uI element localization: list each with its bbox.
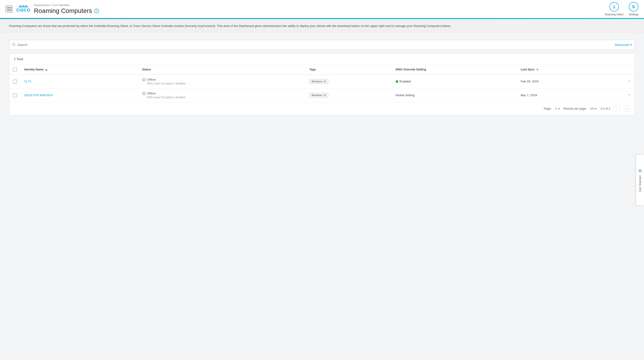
page-chevron-icon <box>558 108 560 109</box>
page-label: Page: <box>544 107 552 110</box>
status-cell-clt1: ✕ Offline DNS Layer Encryption: disabled <box>142 78 302 85</box>
per-page-selector[interactable]: 10 <box>590 107 596 110</box>
th-status: Status <box>138 65 306 75</box>
svg-point-5 <box>633 8 634 8</box>
table-container: 2 Total Identity Name Status Tags <box>9 54 635 115</box>
settings-label: Settings <box>629 13 638 16</box>
swg-status-desktop: Global Setting <box>396 94 415 97</box>
expand-button-desktop[interactable] <box>628 93 631 98</box>
table-row: DESKTOP-84BV9V6 ✕ Offline DNS Layer Encr… <box>9 88 635 102</box>
header-actions: Roaming Client Settings <box>605 2 638 16</box>
search-input[interactable] <box>18 43 615 47</box>
tag-badge-clt1: Windows 10 <box>309 79 328 84</box>
results-per-page-label: Results per page: <box>564 107 587 110</box>
svg-point-6 <box>13 43 15 45</box>
sort-up-icon <box>45 69 48 70</box>
settings-button[interactable]: Settings <box>629 2 638 16</box>
offline-icon: ✕ <box>142 78 146 82</box>
last-sync-clt1: Feb 26, 2024 <box>521 80 539 83</box>
dns-label-clt1: DNS Layer Encryption: disabled <box>147 82 302 85</box>
offline-icon: ✕ <box>142 92 146 95</box>
roaming-client-button[interactable]: Roaming Client <box>605 2 624 16</box>
page-title: Roaming Computers <box>34 7 92 15</box>
th-last-sync[interactable]: Last Sync <box>517 65 600 75</box>
header-left: CISCO Deployments / Core Identities Roam… <box>6 4 605 15</box>
info-icon[interactable]: i <box>94 9 99 13</box>
page-selector[interactable]: 1 <box>555 107 560 110</box>
settings-icon <box>629 2 638 12</box>
svg-point-4 <box>634 6 635 7</box>
cisco-logo: CISCO <box>16 5 30 13</box>
select-all-checkbox[interactable] <box>13 68 17 72</box>
data-table: Identity Name Status Tags SWG Override S… <box>9 65 635 102</box>
green-dot-icon <box>396 80 398 83</box>
row-checkbox-desktop[interactable] <box>13 93 17 97</box>
main-content: Advanced 2 Total Identity Name Status <box>0 33 644 122</box>
sort-down-icon <box>536 69 538 70</box>
swg-status-clt1: Enabled <box>396 80 514 83</box>
status-cell-desktop: ✕ Offline DNS Layer Encryption: disabled <box>142 92 302 99</box>
next-page-button[interactable] <box>624 106 630 112</box>
advanced-search-button[interactable]: Advanced <box>615 43 632 47</box>
table-total: 2 Total <box>9 54 635 65</box>
expand-button-clt1[interactable] <box>628 79 631 84</box>
title-area: Deployments / Core Identities Roaming Co… <box>34 4 99 15</box>
identity-link-desktop[interactable]: DESKTOP-84BV9V6 <box>24 94 53 97</box>
header: CISCO Deployments / Core Identities Roam… <box>0 0 644 18</box>
th-tags: Tags <box>306 65 392 75</box>
pagination-range: 1-2 of 2 <box>600 107 610 110</box>
th-identity-name[interactable]: Identity Name <box>20 65 138 75</box>
per-page-value: 10 <box>590 107 593 110</box>
svg-point-3 <box>633 6 633 6</box>
prev-page-button[interactable] <box>614 106 620 112</box>
tag-badge-desktop: Windows 10 <box>309 93 328 98</box>
info-banner: Roaming Computers are those that are pro… <box>0 19 644 33</box>
table-row: CLT1 ✕ Offline DNS Layer Encryption: dis… <box>9 75 635 89</box>
download-icon <box>610 2 619 12</box>
dns-label-desktop: DNS Layer Encryption: disabled <box>147 96 302 99</box>
search-icon <box>12 43 16 47</box>
banner-text: Roaming Computers are those that are pro… <box>9 24 635 29</box>
search-container: Advanced <box>9 40 635 50</box>
chevron-down-icon <box>630 44 632 46</box>
row-checkbox-clt1[interactable] <box>13 80 17 84</box>
per-page-chevron-icon <box>594 108 597 109</box>
identity-link-clt1[interactable]: CLT1 <box>24 80 32 83</box>
menu-button[interactable] <box>6 6 13 13</box>
last-sync-desktop: Mar 7, 2024 <box>521 94 537 97</box>
roaming-client-label: Roaming Client <box>605 13 624 16</box>
svg-line-7 <box>14 45 16 46</box>
breadcrumb: Deployments / Core Identities <box>34 4 99 7</box>
pagination: Page: 1 Results per page: 10 1-2 of 2 <box>9 102 635 115</box>
th-swg: SWG Override Setting <box>392 65 517 75</box>
current-page: 1 <box>555 107 557 110</box>
